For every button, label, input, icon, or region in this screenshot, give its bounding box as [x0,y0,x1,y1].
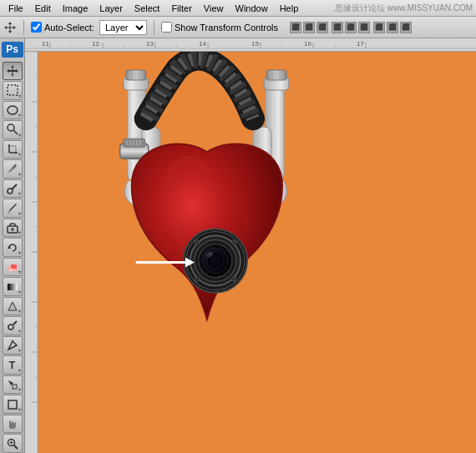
ruler-top: 11 12 13 14 15 16 17 [25,38,476,52]
svg-line-2 [13,130,18,134]
svg-text:15: 15 [251,40,259,48]
svg-text:12: 12 [92,40,99,48]
document-canvas[interactable] [38,52,476,453]
align-icons: ⬛ ⬛ ⬛ [290,22,328,33]
align-left-icon[interactable]: ⬛ [290,22,301,33]
dist-center-icon[interactable]: ⬛ [345,22,357,33]
svg-line-23 [13,445,18,449]
svg-line-18 [13,321,17,325]
svg-point-97 [195,239,200,244]
layout-2-icon[interactable]: ⬛ [387,22,398,33]
menu-filter[interactable]: Filter [166,2,196,15]
tool-move[interactable] [3,62,23,81]
svg-point-98 [231,239,236,244]
svg-point-17 [8,325,13,330]
layout-3-icon[interactable]: ⬛ [400,22,412,33]
svg-text:16: 16 [304,40,311,48]
tool-healing-brush[interactable]: ▾ [3,179,23,199]
auto-select-checkbox[interactable] [31,22,42,33]
menu-select[interactable]: Select [129,2,165,15]
tool-marquee[interactable]: ▾ [3,81,23,100]
svg-rect-14 [11,264,17,269]
tool-type[interactable]: T ▾ [3,355,23,375]
menu-layer[interactable]: Layer [94,2,128,15]
ruler-left [25,52,38,453]
camera-lens [184,229,247,292]
svg-point-11 [11,228,14,231]
dist-top-icon[interactable]: ⬛ [332,22,343,33]
divider-1 [23,20,24,35]
tool-hand[interactable] [3,415,23,434]
options-bar: Auto-Select: Layer Group Show Transform … [0,17,476,38]
svg-rect-21 [8,400,17,409]
svg-point-99 [231,277,236,282]
arrow-indicator [136,258,195,268]
tool-zoom[interactable] [3,434,23,453]
auto-select-label[interactable]: Auto-Select: [31,22,94,33]
svg-point-1 [8,124,14,131]
tool-stamp[interactable]: ▾ [3,219,23,238]
svg-rect-0 [8,85,18,95]
align-center-icon[interactable]: ⬛ [303,22,315,33]
ps-badge: Ps [2,42,23,58]
transform-controls-checkbox[interactable] [161,22,172,33]
menu-window[interactable]: Window [230,2,273,15]
dist-bottom-icon[interactable]: ⬛ [358,22,370,33]
svg-text:13: 13 [146,40,154,48]
brand-text: 思缘设计论坛 www.MISSYUAN.COM [335,3,473,14]
menu-view[interactable]: View [199,2,229,15]
move-tool-icon[interactable] [3,21,17,34]
tool-quick-select[interactable]: ▾ [3,120,23,139]
tool-shape[interactable]: ▾ [3,395,23,414]
svg-point-100 [195,277,200,282]
distribute-icons: ⬛ ⬛ ⬛ [332,22,370,33]
tool-eyedropper[interactable]: ▾ [3,159,23,179]
tool-crop[interactable]: ▾ [3,140,23,159]
svg-point-96 [210,253,213,256]
align-right-icon[interactable]: ⬛ [316,22,328,33]
divider-2 [154,20,154,35]
tool-path-selection[interactable]: ▾ [3,375,23,395]
left-connector [124,70,149,90]
tool-gradient[interactable]: ▾ [3,277,23,296]
tool-pen[interactable]: ▾ [3,336,23,355]
svg-text:17: 17 [357,40,364,48]
toolbox: Ps ▾ ▾ ▾ [0,38,25,453]
main-area: Ps ▾ ▾ ▾ [0,38,476,453]
svg-point-19 [11,340,13,343]
svg-rect-20 [13,385,17,389]
menu-help[interactable]: Help [275,2,304,15]
svg-text:11: 11 [42,40,49,48]
tool-eraser[interactable]: ▾ [3,258,23,277]
canvas-area[interactable]: 11 12 13 14 15 16 17 [25,38,476,453]
tool-dodge[interactable]: ▾ [3,316,23,335]
layout-icons: ⬛ ⬛ ⬛ [373,22,412,33]
svg-line-8 [12,184,17,189]
svg-point-9 [8,211,10,214]
layer-select[interactable]: Layer Group [99,20,147,35]
tool-blur[interactable]: ▾ [3,297,23,316]
tool-history-brush[interactable]: ▾ [3,238,23,257]
right-connector [264,70,289,90]
svg-text:14: 14 [199,40,206,48]
tool-brush[interactable]: ▾ [3,199,23,218]
svg-rect-16 [8,284,18,290]
transform-controls-label[interactable]: Show Transform Controls [161,22,278,33]
menu-file[interactable]: File [3,2,28,15]
menu-image[interactable]: Image [58,2,94,15]
menu-edit[interactable]: Edit [30,2,56,15]
layout-1-icon[interactable]: ⬛ [373,22,385,33]
svg-point-94 [210,256,220,266]
transform-icons: ⬛ ⬛ ⬛ ⬛ ⬛ ⬛ ⬛ ⬛ ⬛ [290,22,412,33]
menu-bar: File Edit Image Layer Select Filter View… [0,0,476,17]
corrugated-hose [146,59,253,119]
tool-lasso[interactable]: ▾ [3,101,23,120]
